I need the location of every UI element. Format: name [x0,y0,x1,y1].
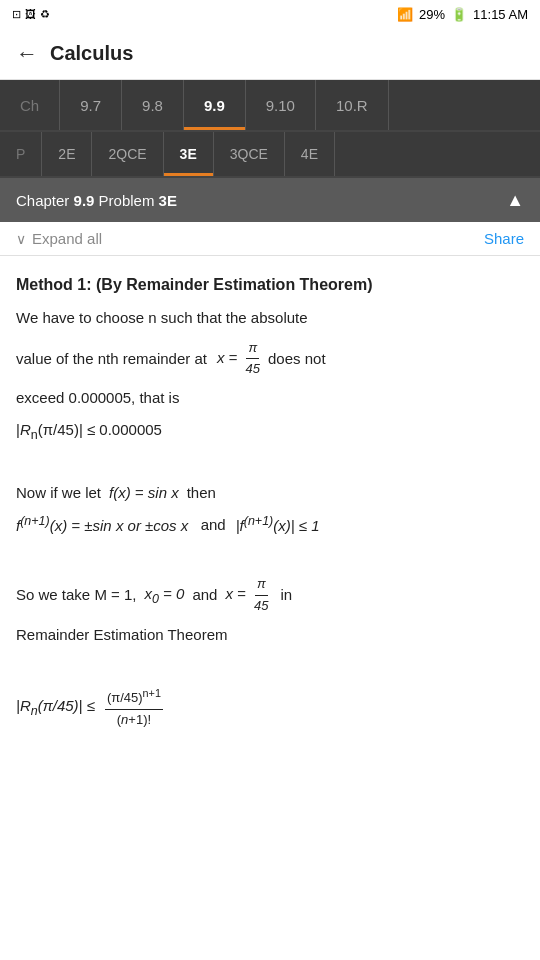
chapter-number: 9.9 [74,192,95,209]
para1-text: We have to choose n such that the absolu… [16,309,308,326]
expand-all-button[interactable]: ∨ Expand all [16,230,102,247]
f-deriv-display: f(n+1)(x) = ±sin x or ±cos x [16,511,188,538]
status-right: 📶 29% 🔋 11:15 AM [397,7,528,22]
problem-tabs: P 2E 2QCE 3E 3QCE 4E [0,132,540,178]
chapter-header-text: Chapter 9.9 Problem 3E [16,192,177,209]
expand-all-label: Expand all [32,230,102,247]
problem-tab-2qce[interactable]: 2QCE [92,132,163,176]
so-we-row: So we take M = 1, x0 = 0 and x = π 45 in [16,574,524,617]
f-def-display: f(x) = sin x [109,481,179,505]
value-label: value of the nth remainder at [16,347,207,371]
notification-icon: ⊡ [12,8,21,21]
x-eq2-display: x = π 45 [225,574,272,617]
chapter-tabs: Ch 9.7 9.8 9.9 9.10 10.R [0,80,540,132]
page-title: Calculus [50,42,133,65]
chapter-tab-9-7[interactable]: 9.7 [60,80,122,130]
paragraph-exceed: exceed 0.000005, that is [16,386,524,410]
sync-icon: ♻ [40,8,50,21]
f-deriv-abs-display: |f(n+1)(x)| ≤ 1 [236,511,320,538]
final-fraction: (π/45)n+1 (n+1)! [105,685,163,731]
chapter-tab-10-r[interactable]: 10.R [316,80,389,130]
chapter-label: Ch [0,80,60,130]
status-bar: ⊡ 🖼 ♻ 📶 29% 🔋 11:15 AM [0,0,540,28]
paragraph-1: We have to choose n such that the absolu… [16,306,524,330]
and-text: and [192,513,225,537]
battery-text: 29% [419,7,445,22]
share-button[interactable]: Share [484,230,524,247]
collapse-icon[interactable]: ▲ [506,190,524,211]
content-area: Method 1: (By Remainder Estimation Theor… [0,256,540,769]
does-not-text: does not [268,347,326,371]
final-inequality-row: |Rn(π/45)| ≤ (π/45)n+1 (n+1)! [16,685,524,731]
pi-over-45-fraction: π 45 [244,338,262,381]
problem-tab-4e[interactable]: 4E [285,132,335,176]
final-ineq-left: |Rn(π/45)| ≤ [16,694,95,721]
chapter-header-bar[interactable]: Chapter 9.9 Problem 3E ▲ [0,178,540,222]
in-text: in [280,583,292,607]
problem-tab-2e[interactable]: 2E [42,132,92,176]
x-equation-row: value of the nth remainder at x = π 45 d… [16,338,524,381]
problem-tab-3qce[interactable]: 3QCE [214,132,285,176]
abs-inequality-text: |Rn(π/45)| ≤ 0.000005 [16,418,162,445]
status-left-icons: ⊡ 🖼 ♻ [12,8,50,21]
x-eq-display: x = π 45 [217,338,264,381]
chapter-tab-9-10[interactable]: 9.10 [246,80,316,130]
method-title: Method 1: (By Remainder Estimation Theor… [16,272,524,298]
remainder-thm-text: Remainder Estimation Theorem [16,623,524,647]
x0-display: x0 = 0 [144,582,184,609]
f-deriv-row: f(n+1)(x) = ±sin x or ±cos x and |f(n+1)… [16,511,524,538]
pi-45-frac2: π 45 [252,574,270,617]
expand-chevron-icon: ∨ [16,231,26,247]
f-def-row: Now if we let f(x) = sin x then [16,481,524,505]
and2-text: and [192,583,217,607]
now-if-text: Now if we let [16,481,101,505]
image-icon: 🖼 [25,8,36,20]
header: ← Calculus [0,28,540,80]
chapter-tab-9-9[interactable]: 9.9 [184,80,246,130]
toolbar: ∨ Expand all Share [0,222,540,256]
time-text: 11:15 AM [473,7,528,22]
battery-icon: 🔋 [451,7,467,22]
then-text: then [187,481,216,505]
chapter-tab-9-8[interactable]: 9.8 [122,80,184,130]
problem-number: 3E [159,192,177,209]
back-button[interactable]: ← [16,41,38,67]
signal-icon: 📶 [397,7,413,22]
problem-label: P [0,132,42,176]
abs-inequality-row: |Rn(π/45)| ≤ 0.000005 [16,418,524,445]
problem-tab-3e[interactable]: 3E [164,132,214,176]
so-we-text: So we take M = 1, [16,583,136,607]
